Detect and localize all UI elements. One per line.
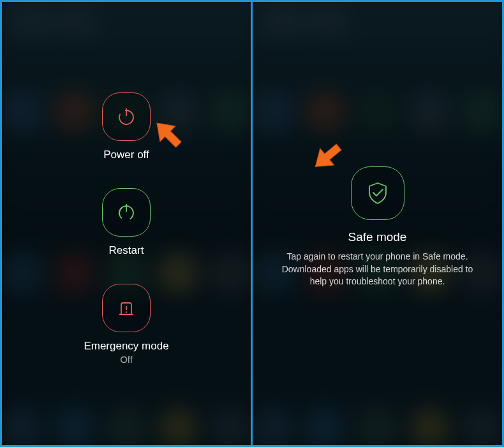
arrow-indicator	[149, 115, 189, 155]
emergency-icon	[102, 284, 151, 332]
panel-safe-mode: 15:41	[253, 2, 502, 445]
shield-icon	[351, 166, 404, 220]
safe-mode-description: Tap again to restart your phone in Safe …	[263, 251, 493, 288]
arrow-indicator	[309, 136, 348, 175]
svg-point-8	[126, 311, 127, 312]
power-off-button[interactable]: Power off	[102, 92, 151, 161]
safe-mode-label: Safe mode	[348, 230, 407, 244]
restart-label: Restart	[109, 244, 144, 257]
power-icon	[102, 92, 151, 141]
tutorial-image: 15:41	[0, 0, 504, 447]
emergency-label: Emergency mode	[84, 340, 168, 353]
panel-power-menu: 15:41	[2, 2, 253, 445]
emergency-state: Off	[120, 354, 133, 365]
svg-point-5	[119, 210, 121, 212]
restart-button[interactable]: Restart	[102, 188, 151, 257]
svg-point-6	[119, 213, 121, 215]
svg-point-4	[121, 208, 122, 210]
power-off-label: Power off	[103, 149, 149, 161]
safe-mode-button[interactable]: Safe mode Tap again to restart your phon…	[263, 166, 493, 288]
restart-icon	[102, 188, 151, 237]
emergency-mode-button[interactable]: Emergency mode Off	[84, 284, 168, 365]
